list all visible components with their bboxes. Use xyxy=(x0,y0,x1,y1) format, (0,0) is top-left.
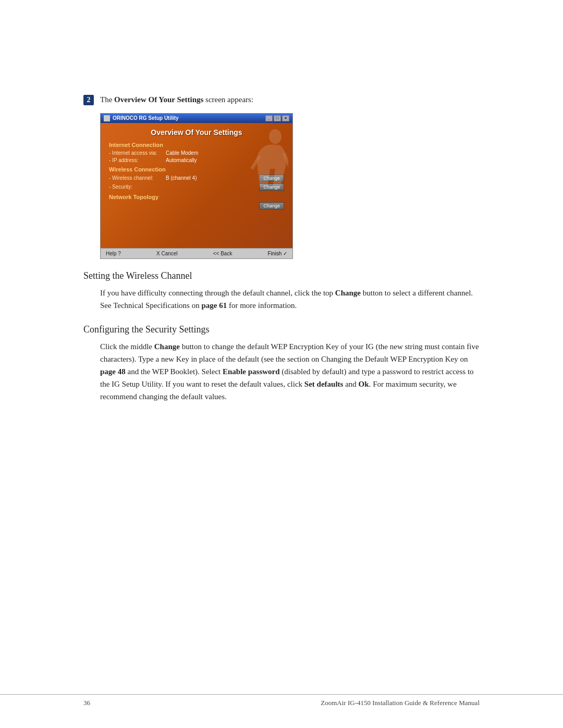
internet-access-label: - Internet access via: xyxy=(109,150,164,156)
svg-point-0 xyxy=(269,129,282,144)
screen-title: Overview Of Your Settings xyxy=(109,128,284,137)
decorative-figure xyxy=(247,127,288,190)
intro-bold: Overview Of Your Settings xyxy=(114,95,203,104)
wireless-channel-row: - Wireless channel: B (channel 4) Change xyxy=(109,175,284,182)
intro-prefix: The xyxy=(100,95,114,104)
cancel-button[interactable]: X Cancel xyxy=(156,251,178,256)
page-number: 36 xyxy=(83,699,90,707)
sec-bold4: Set defaults xyxy=(304,380,344,388)
step-number: 2 xyxy=(83,95,94,105)
intro-suffix: screen appears: xyxy=(203,95,253,104)
security-paragraph: Click the middle Change button to change… xyxy=(100,340,480,403)
wireless-channel-section-title: Setting the Wireless Channel xyxy=(83,270,480,281)
internet-access-value: Cable Modem xyxy=(166,150,284,156)
sec-bold5: Ok xyxy=(359,380,369,388)
wireless-channel-change-button[interactable]: Change xyxy=(259,175,284,182)
sec-bold2: page 48 xyxy=(100,367,126,376)
security-row: - Security: Change xyxy=(109,183,284,191)
help-link[interactable]: Help ? xyxy=(106,251,121,256)
security-label: - Security: xyxy=(109,184,164,190)
ip-address-row: - IP address: Automatically xyxy=(109,157,284,163)
ip-address-value: Automatically xyxy=(166,157,284,163)
wc-text1: If you have difficulty connecting throug… xyxy=(100,289,335,297)
sec-text1: Click the middle xyxy=(100,342,154,351)
sec-bold1: Change xyxy=(154,342,180,351)
network-topology-header: Network Topology xyxy=(109,194,284,200)
window-app-icon xyxy=(104,115,110,121)
wireless-channel-label: - Wireless channel: xyxy=(109,175,164,181)
window-controls[interactable]: _ □ × xyxy=(265,115,289,121)
internet-access-row: - Internet access via: Cable Modem xyxy=(109,150,284,156)
page-container: 2 The Overview Of Your Settings screen a… xyxy=(0,0,563,728)
network-topology-row: Change xyxy=(109,202,284,209)
internet-connection-header: Internet Connection xyxy=(109,142,284,148)
maximize-button[interactable]: □ xyxy=(274,115,281,121)
wc-bold2: page 61 xyxy=(201,301,227,310)
wc-text3: for more information. xyxy=(227,301,297,310)
wc-bold1: Change xyxy=(335,289,361,297)
sec-text3: and the WEP Booklet). Select xyxy=(126,367,223,376)
wireless-channel-section-content: If you have difficulty connecting throug… xyxy=(100,287,480,312)
page-footer: 36 ZoomAir IG-4150 Installation Guide & … xyxy=(0,694,563,707)
wireless-connection-header: Wireless Connection xyxy=(109,166,284,172)
step-intro-text: The Overview Of Your Settings screen app… xyxy=(100,94,253,106)
svg-line-1 xyxy=(252,156,260,169)
minimize-button[interactable]: _ xyxy=(265,115,273,121)
security-settings-section-content: Click the middle Change button to change… xyxy=(100,340,480,403)
wireless-channel-value: B (channel 4) xyxy=(166,175,257,181)
network-topology-change-button[interactable]: Change xyxy=(259,202,284,209)
svg-line-2 xyxy=(284,153,288,166)
sec-text5: and xyxy=(343,380,358,388)
security-change-button[interactable]: Change xyxy=(259,183,284,191)
window-titlebar: ORINOCO RG Setup Utility _ □ × xyxy=(101,114,292,123)
ip-address-label: - IP address: xyxy=(109,157,164,163)
window-title: ORINOCO RG Setup Utility xyxy=(113,115,179,121)
back-button[interactable]: << Back xyxy=(213,251,232,256)
window-body: Overview Of Your Settings Internet Conne… xyxy=(101,123,292,248)
sec-bold3: Enable password xyxy=(223,367,280,376)
security-settings-section-title: Configuring the Security Settings xyxy=(83,324,480,335)
close-button[interactable]: × xyxy=(282,115,289,121)
screenshot-window: ORINOCO RG Setup Utility _ □ × Overview … xyxy=(100,113,293,259)
wireless-channel-paragraph: If you have difficulty connecting throug… xyxy=(100,287,480,312)
finish-button[interactable]: Finish ✓ xyxy=(268,251,287,256)
manual-title: ZoomAir IG-4150 Installation Guide & Ref… xyxy=(321,699,480,707)
titlebar-left: ORINOCO RG Setup Utility xyxy=(104,115,179,121)
window-footer: Help ? X Cancel << Back Finish ✓ xyxy=(101,248,292,258)
step-row: 2 The Overview Of Your Settings screen a… xyxy=(83,94,480,106)
